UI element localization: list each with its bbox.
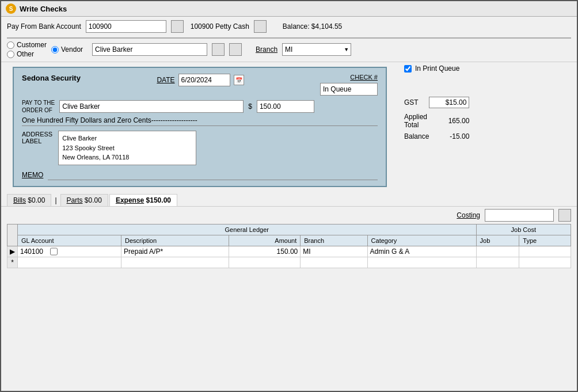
- description-cell[interactable]: Prepaid A/P*: [121, 246, 229, 257]
- bank-name-btn[interactable]: [254, 20, 267, 33]
- new-branch[interactable]: [301, 257, 367, 268]
- radio-vendor-item: Vendor: [51, 45, 83, 54]
- payee-input[interactable]: [59, 100, 244, 113]
- radio-other-item: Other: [7, 50, 47, 58]
- right-panel: In Print Queue GST AppliedTotal 165.00 B…: [404, 64, 469, 189]
- gst-value[interactable]: [429, 97, 469, 108]
- radio-vendor[interactable]: [51, 46, 59, 54]
- memo-input[interactable]: [48, 170, 378, 180]
- pay-from-label: Pay From Bank Account: [7, 22, 81, 31]
- gl-table: General Ledger Job Cost GL Account Descr…: [7, 224, 571, 268]
- main-window: S Write Checks Pay From Bank Account 100…: [0, 0, 578, 392]
- col-amount: Amount: [229, 235, 301, 246]
- bottom-spacer: [1, 330, 577, 391]
- vendor-detail-btn[interactable]: [229, 43, 242, 56]
- check-and-right: Sedona Security DATE 📅 CHECK # PAY TO TH…: [7, 64, 571, 189]
- date-input[interactable]: [178, 74, 230, 86]
- bank-account-lookup-btn[interactable]: [171, 20, 184, 33]
- new-category[interactable]: [367, 257, 476, 268]
- costing-row: Costing: [1, 207, 577, 224]
- applied-total-row: AppliedTotal 165.00: [404, 113, 469, 129]
- row-indicator: ▶: [7, 246, 18, 257]
- tabs-row: Bills $0.00 | Parts $0.00 Expense $150.0…: [1, 192, 577, 207]
- pay-to-label: PAY TO THE ORDER OF: [22, 99, 55, 114]
- balance-summary-row: Balance -15.00: [404, 132, 469, 140]
- radio-customer-item: Customer: [7, 41, 47, 49]
- calendar-icon[interactable]: 📅: [234, 75, 244, 85]
- amount-input[interactable]: [257, 100, 314, 113]
- new-gl-account[interactable]: [18, 257, 121, 268]
- radio-customer-label: Customer: [17, 41, 47, 49]
- new-row-indicator: *: [7, 257, 18, 268]
- branch-select-wrapper: MI: [282, 43, 351, 56]
- check-num-label: CHECK #: [350, 74, 378, 81]
- table-section: General Ledger Job Cost GL Account Descr…: [1, 224, 577, 330]
- type-cell[interactable]: [519, 246, 571, 257]
- col-gl-account: GL Account: [18, 235, 121, 246]
- costing-label: Costing: [457, 211, 480, 219]
- balance-summary-value: -15.00: [429, 132, 469, 140]
- bank-name: 100900 Petty Cash: [191, 22, 249, 31]
- dollar-sign: $: [248, 102, 252, 111]
- date-row: DATE 📅: [157, 74, 244, 86]
- tab-parts[interactable]: Parts $0.00: [60, 194, 108, 206]
- costing-lookup-btn[interactable]: [558, 209, 571, 222]
- balance-summary-label: Balance: [404, 132, 429, 140]
- bank-account-input[interactable]: [86, 20, 166, 33]
- balance-display: Balance: $4,104.55: [283, 22, 342, 31]
- col-description: Description: [121, 235, 229, 246]
- memo-label: MEMO: [22, 171, 43, 179]
- address-section: ADDRESS LABEL Clive Barker 123 Spooky St…: [22, 131, 378, 165]
- category-cell[interactable]: Admin G & A: [367, 246, 476, 257]
- new-type[interactable]: [519, 257, 571, 268]
- date-label: DATE: [157, 76, 174, 84]
- vendor-lookup-btn[interactable]: [212, 43, 225, 56]
- balance-value: $4,104.55: [311, 22, 342, 31]
- tab-expense[interactable]: Expense $150.00: [109, 194, 177, 206]
- check-area: Sedona Security DATE 📅 CHECK # PAY TO TH…: [13, 67, 387, 187]
- gl-account-cell[interactable]: 140100: [18, 246, 121, 257]
- toolbar-area: Pay From Bank Account 100900 Petty Cash …: [1, 17, 577, 62]
- applied-total-value: 165.00: [429, 117, 469, 125]
- gst-label: GST: [404, 98, 419, 106]
- pay-from-row: Pay From Bank Account 100900 Petty Cash …: [7, 20, 571, 33]
- new-job[interactable]: [476, 257, 519, 268]
- branch-select[interactable]: MI: [282, 43, 351, 56]
- address-label: ADDRESS LABEL: [22, 131, 52, 165]
- new-description[interactable]: [121, 257, 229, 268]
- table-row: ▶ 140100 Prepaid A/P* 150.00 MI Admin G …: [7, 246, 571, 257]
- branch-cell[interactable]: MI: [301, 246, 367, 257]
- amount-cell[interactable]: 150.00: [229, 246, 301, 257]
- in-print-queue-label: In Print Queue: [415, 64, 459, 73]
- gst-row: GST: [404, 97, 469, 108]
- costing-input[interactable]: [485, 209, 554, 222]
- window-title: Write Checks: [20, 5, 67, 13]
- address-line3: New Orleans, LA 70118: [62, 153, 192, 162]
- radio-customer[interactable]: [7, 41, 14, 49]
- in-print-queue-checkbox[interactable]: [404, 65, 412, 73]
- branch-label: Branch: [256, 45, 277, 54]
- radio-other[interactable]: [7, 51, 14, 58]
- job-cost-header: Job Cost: [476, 224, 571, 235]
- applied-total-label: AppliedTotal: [404, 113, 427, 129]
- app-icon: S: [6, 3, 16, 14]
- vendor-field-row: Customer Other Vendor Branch MI: [7, 41, 571, 58]
- gl-header: General Ledger: [18, 224, 477, 235]
- written-amount: One Hundred Fifty Dollars and Zero Cents…: [22, 116, 378, 126]
- title-bar: S Write Checks: [1, 1, 577, 17]
- col-job: Job: [476, 235, 519, 246]
- tab-bills[interactable]: Bills $0.00: [7, 194, 51, 206]
- col-type: Type: [519, 235, 571, 246]
- check-status-input[interactable]: [320, 83, 378, 96]
- radio-other-label: Other: [17, 50, 34, 58]
- tab-pipe: |: [52, 196, 59, 204]
- address-box[interactable]: Clive Barker 123 Spooky Street New Orlea…: [58, 131, 196, 165]
- address-line1: Clive Barker: [62, 134, 192, 143]
- in-print-queue-row: In Print Queue: [404, 64, 469, 73]
- vendor-name-input[interactable]: [92, 43, 207, 56]
- new-amount[interactable]: [229, 257, 301, 268]
- company-name: Sedona Security: [22, 74, 81, 82]
- pay-to-section: PAY TO THE ORDER OF $: [22, 99, 378, 114]
- gl-account-checkbox[interactable]: [50, 248, 58, 256]
- job-cell[interactable]: [476, 246, 519, 257]
